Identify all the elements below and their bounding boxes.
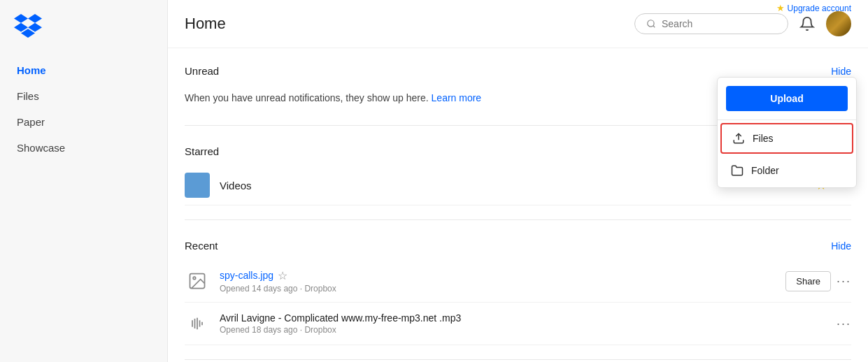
list-item: Avril Lavigne - Complicated www.my-free-… (185, 303, 851, 345)
upload-files-icon (732, 131, 746, 145)
recent-section: Recent Hide spy-calls.jpg ☆ (185, 240, 851, 360)
recent-hide-button[interactable]: Hide (831, 240, 851, 252)
sidebar-item-home[interactable]: Home (0, 57, 167, 83)
avatar[interactable] (826, 11, 851, 36)
recent-body: spy-calls.jpg ☆ Opened 14 days ago · Dro… (185, 260, 851, 360)
upload-folder-icon (730, 164, 744, 178)
learn-more-link[interactable]: Learn more (432, 92, 482, 103)
recent-item-name-2: Avril Lavigne - Complicated www.my-free-… (220, 312, 837, 324)
recent-more-button-0[interactable]: ··· (837, 274, 851, 289)
unread-section-header: Unread Hide (185, 65, 851, 77)
dropdown-files-label: Files (753, 133, 774, 144)
recent-item-info: spy-calls.jpg ☆ Opened 14 days ago · Dro… (220, 269, 785, 294)
dropdown-item-files[interactable]: Files (720, 123, 853, 154)
recent-title: Recent (185, 240, 218, 252)
search-icon (646, 19, 656, 29)
upload-dropdown: Upload Files Folder (717, 77, 857, 188)
share-button[interactable]: Share (785, 271, 831, 291)
svg-marker-0 (14, 14, 28, 23)
recent-item-meta-2: Opened 18 days ago · Dropbox (220, 325, 837, 335)
sidebar-item-files[interactable]: Files (0, 83, 167, 109)
recent-more-button-1[interactable]: ··· (837, 317, 851, 331)
search-bar[interactable] (634, 13, 788, 34)
sidebar: Home Files Paper Showcase (0, 0, 168, 362)
recent-item-meta: Opened 14 days ago · Dropbox (220, 284, 785, 294)
starred-title: Starred (185, 145, 219, 157)
svg-line-6 (653, 26, 655, 28)
dropdown-divider (718, 120, 856, 120)
notifications-button[interactable] (799, 16, 815, 31)
header-actions (634, 11, 851, 36)
recent-item-link[interactable]: spy-calls.jpg (220, 270, 273, 281)
unread-title: Unread (185, 65, 219, 77)
unread-hide-button[interactable]: Hide (831, 66, 851, 77)
svg-point-8 (193, 277, 196, 280)
list-item: spy-calls.jpg ☆ Opened 14 days ago · Dro… (185, 260, 851, 303)
star-outline-icon[interactable]: ☆ (278, 269, 287, 282)
folder-icon (185, 173, 210, 198)
recent-section-header: Recent Hide (185, 240, 851, 252)
page-title: Home (185, 15, 226, 33)
dropdown-folder-label: Folder (751, 165, 779, 176)
svg-point-5 (648, 20, 654, 27)
logo[interactable] (0, 14, 167, 57)
bell-icon (799, 16, 815, 31)
audio-file-icon (185, 311, 210, 336)
upload-button[interactable]: Upload (726, 86, 848, 111)
dropdown-item-folder[interactable]: Folder (720, 157, 853, 184)
search-input[interactable] (662, 18, 776, 29)
recent-item-info-2: Avril Lavigne - Complicated www.my-free-… (220, 312, 837, 335)
sidebar-item-paper[interactable]: Paper (0, 109, 167, 135)
header: Home (168, 0, 868, 48)
image-file-icon (185, 268, 210, 294)
svg-marker-1 (28, 14, 42, 23)
sidebar-nav: Home Files Paper Showcase (0, 57, 167, 161)
sidebar-item-showcase[interactable]: Showcase (0, 135, 167, 161)
